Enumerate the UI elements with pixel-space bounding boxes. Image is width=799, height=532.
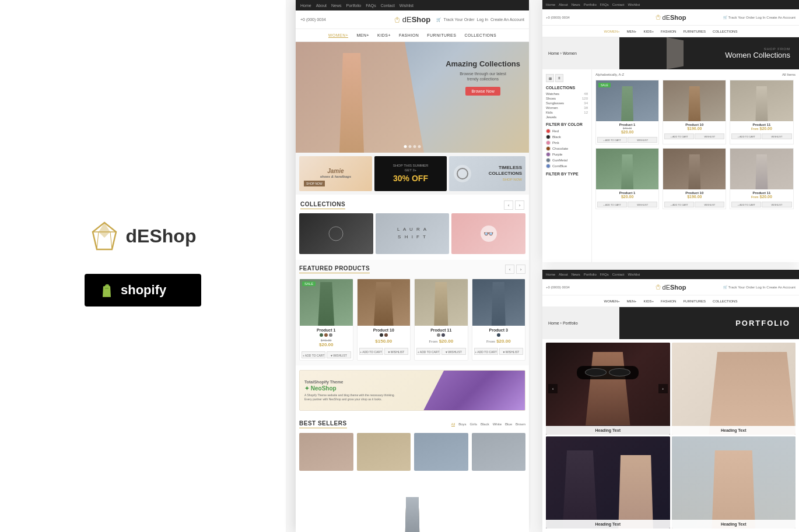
login-link[interactable]: Log In — [477, 17, 488, 22]
filter-girls[interactable]: Girls — [470, 422, 477, 427]
wm-fashion[interactable]: FASHION — [661, 30, 676, 33]
color-green[interactable] — [320, 333, 323, 337]
portfolio-track[interactable]: Track Your Order — [728, 286, 755, 289]
color-gray[interactable] — [329, 333, 332, 337]
wm-women[interactable]: WOMEN+ — [604, 30, 620, 33]
filter-blue[interactable]: Blue — [505, 422, 512, 427]
color-darkblue[interactable] — [497, 333, 500, 337]
filter-gunmetal[interactable]: GunMetal — [546, 158, 588, 163]
nav-home[interactable]: Home — [300, 3, 311, 8]
filter-boys[interactable]: Boys — [458, 422, 466, 427]
filter-watches[interactable]: Watches 48 — [546, 92, 588, 96]
add-to-cart-3[interactable]: + ADD TO CART — [416, 348, 440, 355]
wm-furnitures[interactable]: FURNITURES — [683, 30, 706, 33]
filter-shoes[interactable]: Shoes 120 — [546, 97, 588, 100]
wishlist-1[interactable]: ♥ WISHLIST — [327, 351, 351, 358]
color-black[interactable] — [380, 333, 383, 337]
pm-furnitures[interactable]: FURNITURES — [683, 300, 706, 303]
portfolio-login[interactable]: Log In — [756, 286, 766, 289]
filter-women[interactable]: Women 38 — [546, 106, 588, 110]
filter-all[interactable]: All — [451, 422, 455, 427]
mini-wishlist-4[interactable]: WISHLIST — [628, 202, 657, 207]
filter-pink[interactable]: Pink — [546, 140, 588, 145]
pm-collections[interactable]: COLLECTIONS — [713, 300, 737, 303]
women-track[interactable]: Track Your Order — [728, 16, 755, 19]
portfolio-1-prev[interactable]: ‹ — [548, 384, 558, 393]
pn-contact[interactable]: Contact — [612, 273, 625, 276]
featured-next[interactable]: › — [516, 265, 525, 274]
add-to-cart-2[interactable]: + ADD TO CART — [359, 348, 383, 355]
nav-news[interactable]: News — [331, 3, 342, 8]
hero-dot-2[interactable] — [409, 145, 412, 148]
wishlist-3[interactable]: ♥ WISHLIST — [441, 348, 465, 355]
hero-dot-1[interactable] — [404, 145, 407, 148]
collection-item-2[interactable]: L A U R A S H I F T — [376, 213, 450, 254]
pm-women[interactable]: WOMEN+ — [604, 300, 620, 303]
wn-about[interactable]: About — [559, 3, 568, 6]
women-login[interactable]: Log In — [756, 16, 766, 19]
wm-men[interactable]: MEN+ — [627, 30, 637, 33]
color-brown[interactable] — [324, 333, 328, 337]
track-order[interactable]: Track Your Order — [444, 17, 475, 22]
filter-black[interactable]: Black — [481, 422, 489, 427]
portfolio-item-2[interactable]: Heading Text — [672, 343, 796, 435]
menu-kids[interactable]: KIDS+ — [377, 33, 391, 37]
pn-portfolio[interactable]: Portfolio — [584, 273, 597, 276]
wn-home[interactable]: Home — [546, 3, 555, 6]
nav-wishlist[interactable]: Wishlist — [400, 3, 413, 8]
filter-purple[interactable]: Purple — [546, 152, 588, 157]
wishlist-4[interactable]: ♥ WISHLIST — [499, 348, 523, 355]
color-navy[interactable] — [441, 333, 445, 337]
color-darkbrown[interactable] — [384, 333, 388, 337]
women-create[interactable]: Create An Account — [766, 16, 796, 19]
featured-prev[interactable]: ‹ — [505, 265, 514, 274]
collection-item-3[interactable]: 👓 — [451, 213, 525, 254]
mini-wishlist-3[interactable]: WISHLIST — [762, 133, 791, 139]
menu-men[interactable]: MEN+ — [356, 33, 369, 37]
filter-red[interactable]: Red — [546, 129, 588, 133]
filter-jewels[interactable]: Jewels — [546, 115, 588, 119]
create-account-link[interactable]: Create An Account — [490, 17, 524, 22]
wishlist-2[interactable]: ♥ WISHLIST — [384, 348, 408, 355]
menu-fashion[interactable]: FASHION — [399, 33, 419, 37]
filter-white[interactable]: White — [493, 422, 502, 427]
mini-add-cart-4[interactable]: + ADD TO CART — [597, 202, 627, 207]
portfolio-item-1[interactable]: ‹ › Heading Text — [546, 343, 670, 435]
pm-men[interactable]: MEN+ — [627, 300, 637, 303]
filter-black-color[interactable]: Black — [546, 135, 588, 139]
collections-prev[interactable]: ‹ — [504, 200, 513, 210]
collection-item-1[interactable] — [299, 213, 373, 254]
wm-kids[interactable]: KIDS+ — [644, 30, 654, 33]
mini-add-cart-1[interactable]: + ADD TO CART — [597, 137, 627, 143]
promo-1-cta[interactable]: SHOP NOW — [304, 181, 325, 186]
hero-dot-3[interactable] — [413, 145, 416, 148]
menu-furnitures[interactable]: FURNITURES — [427, 33, 456, 37]
mini-add-cart-6[interactable]: + ADD TO CART — [731, 202, 761, 207]
filter-chocolate[interactable]: Chocolate — [546, 146, 588, 151]
portfolio-item-3[interactable]: Heading Text — [546, 436, 670, 529]
portfolio-create[interactable]: Create An Account — [766, 286, 796, 289]
wn-news[interactable]: News — [572, 3, 580, 6]
add-to-cart-4[interactable]: + ADD TO CART — [474, 348, 498, 355]
hero-dot-4[interactable] — [418, 145, 421, 148]
portfolio-1-next[interactable]: › — [658, 384, 668, 393]
wn-wishlist[interactable]: Wishlist — [628, 3, 640, 6]
pn-home[interactable]: Home — [546, 273, 555, 276]
mini-add-cart-2[interactable]: + ADD TO CART — [664, 133, 694, 139]
pn-faqs[interactable]: FAQs — [600, 273, 609, 276]
filter-kids-cat[interactable]: Kids 12 — [546, 111, 588, 114]
pn-about[interactable]: About — [559, 273, 568, 276]
mini-add-cart-5[interactable]: + ADD TO CART — [664, 202, 694, 207]
color-silver[interactable] — [437, 333, 440, 337]
wn-contact[interactable]: Contact — [612, 3, 625, 6]
list-view-toggle[interactable]: ≡ — [555, 74, 563, 82]
portfolio-item-4[interactable]: Heading Text — [672, 436, 796, 529]
nav-contact[interactable]: Contact — [381, 3, 395, 8]
pn-news[interactable]: News — [572, 273, 580, 276]
promo-3-cta[interactable]: SHOP NOW — [489, 178, 522, 182]
promo-banner-2[interactable]: SHOP THIS SUMMER GET 3+ 30% OFF — [374, 156, 447, 191]
add-to-cart-1[interactable]: + ADD TO CART — [302, 351, 325, 358]
mini-wishlist-6[interactable]: WISHLIST — [762, 202, 791, 207]
mini-wishlist-5[interactable]: WISHLIST — [695, 202, 724, 207]
nav-about[interactable]: About — [316, 3, 327, 8]
